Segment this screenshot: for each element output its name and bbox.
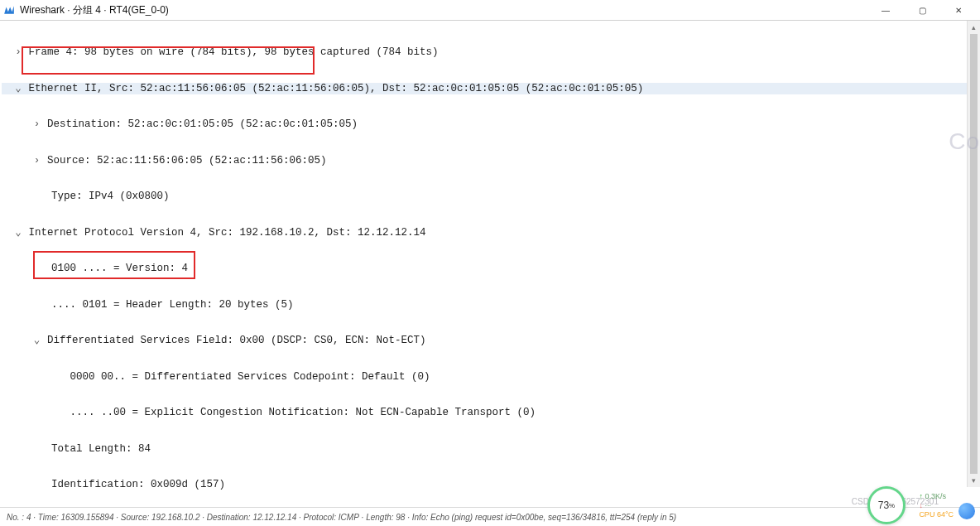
ip-totlen: Total Length: 84	[51, 443, 151, 455]
expand-icon[interactable]: ›	[33, 118, 41, 131]
ip-dscp: 0000 00.. = Differentiated Services Code…	[70, 371, 430, 383]
collapse-icon[interactable]: ⌄	[14, 83, 22, 95]
collapse-icon[interactable]: ⌄	[33, 335, 41, 347]
status-time: Time: 16309.155894	[38, 513, 114, 522]
minimize-button[interactable]: —	[867, 0, 904, 20]
ip-row[interactable]: ⌄ Internet Protocol Version 4, Src: 192.…	[2, 227, 980, 239]
ip-version: 0100 .... = Version: 4	[51, 263, 188, 274]
scroll-down-icon[interactable]: ▾	[968, 474, 980, 487]
ip-ecn-row[interactable]: .... ..00 = Explicit Congestion Notifica…	[2, 407, 980, 419]
status-source: Source: 192.168.10.2	[121, 513, 200, 522]
ip-summary: Internet Protocol Version 4, Src: 192.16…	[29, 227, 426, 239]
ip-dscp-row[interactable]: 0000 00.. = Differentiated Services Code…	[2, 371, 980, 384]
sys-pct: 73	[878, 499, 889, 511]
packet-details-pane[interactable]: › Frame 4: 98 bytes on wire (784 bits), …	[0, 21, 980, 490]
eth-dst: Destination: 52:ac:0c:01:05:05 (52:ac:0c…	[47, 118, 358, 130]
expand-icon[interactable]: ›	[14, 46, 22, 59]
close-button[interactable]: ✕	[940, 0, 977, 20]
status-bar: No. : 4 · Time: 16309.155894 · Source: 1…	[0, 507, 980, 526]
ethernet-row[interactable]: ⌄ Ethernet II, Src: 52:ac:11:56:06:05 (5…	[2, 83, 980, 95]
window-buttons: — ▢ ✕	[867, 0, 977, 20]
expand-icon[interactable]: ›	[33, 155, 41, 167]
cpu-temp: CPU 64°C	[919, 510, 954, 519]
eth-src: Source: 52:ac:11:56:06:05 (52:ac:11:56:0…	[47, 155, 327, 166]
titlebar: Wireshark · 分组 4 · RT4(GE_0-0) — ▢ ✕	[0, 0, 980, 20]
eth-type: Type: IPv4 (0x0800)	[51, 191, 170, 202]
eth-src-row[interactable]: › Source: 52:ac:11:56:06:05 (52:ac:11:56…	[2, 155, 980, 167]
eth-type-row[interactable]: Type: IPv4 (0x0800)	[2, 191, 980, 203]
ip-hdrlen: .... 0101 = Header Length: 20 bytes (5)	[51, 299, 294, 311]
ip-version-row[interactable]: 0100 .... = Version: 4	[2, 263, 980, 275]
sys-pct-sym: %	[889, 502, 895, 509]
ip-id: Identification: 0x009d (157)	[51, 479, 225, 490]
ip-ds-row[interactable]: ⌄ Differentiated Services Field: 0x00 (D…	[2, 335, 980, 347]
frame-summary: Frame 4: 98 bytes on wire (784 bits), 98…	[29, 46, 439, 58]
window-title: Wireshark · 分组 4 · RT4(GE_0-0)	[20, 3, 867, 17]
status-len: Length: 98	[366, 513, 405, 522]
ip-hdrlen-row[interactable]: .... 0101 = Header Length: 20 bytes (5)	[2, 299, 980, 311]
scroll-up-icon[interactable]: ▴	[968, 21, 980, 34]
status-proto: Protocol: ICMP	[304, 513, 359, 522]
scrollbar-vertical[interactable]: ▴ ▾	[967, 21, 980, 487]
arrow-down-icon: ↓	[919, 501, 923, 509]
arrow-up-icon: ↑	[919, 492, 923, 500]
system-meta: ↑ 0.3K/s ↓ ··· CPU 64°C	[919, 492, 954, 519]
ip-totlen-row[interactable]: Total Length: 84	[2, 443, 980, 456]
eth-dst-row[interactable]: › Destination: 52:ac:0c:01:05:05 (52:ac:…	[2, 118, 980, 131]
ethernet-summary: Ethernet II, Src: 52:ac:11:56:06:05 (52:…	[29, 83, 644, 94]
net-dn: ···	[925, 501, 931, 509]
status-dest: Destination: 12.12.12.14	[207, 513, 296, 522]
wireshark-icon	[3, 4, 15, 16]
maximize-button[interactable]: ▢	[904, 0, 940, 20]
net-up: 0.3K/s	[925, 492, 946, 500]
collapse-icon[interactable]: ⌄	[14, 227, 22, 239]
status-no: No. : 4	[7, 513, 31, 522]
scroll-thumb[interactable]	[970, 34, 978, 474]
status-info: Info: Echo (ping) request id=0x00be, seq…	[412, 513, 676, 522]
system-monitor-ring[interactable]: 73%	[867, 486, 906, 524]
ip-id-row[interactable]: Identification: 0x009d (157)	[2, 479, 980, 490]
frame-summary-row[interactable]: › Frame 4: 98 bytes on wire (784 bits), …	[2, 46, 980, 59]
side-watermark: Co	[949, 128, 980, 155]
globe-icon[interactable]	[958, 503, 975, 519]
ip-ecn: .... ..00 = Explicit Congestion Notifica…	[70, 407, 536, 418]
scroll-track[interactable]	[968, 34, 980, 474]
ip-ds: Differentiated Services Field: 0x00 (DSC…	[47, 335, 426, 346]
